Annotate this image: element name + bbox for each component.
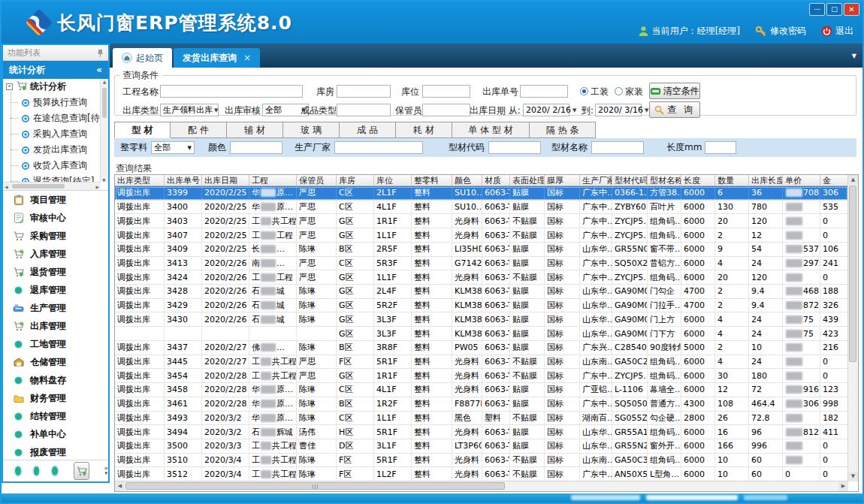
table-row[interactable]: 调拨出库34292020/2/26石城陈琳G区5R2F整料KLM38176063… bbox=[115, 299, 848, 313]
table-row[interactable]: 调拨出库34932020/3/2华原…陈琳C区1L1F整料黑色塑料不贴膜国标湖南… bbox=[115, 412, 848, 426]
table-row[interactable]: 调拨出库35102020/3/4工共工程陈琳F区5R1F整料光身料6063-T5… bbox=[115, 454, 848, 468]
material-tab-耗材[interactable]: 耗 材 bbox=[396, 122, 452, 138]
table-row[interactable]: 调拨出库34132020/2/26南…严思C区5R3F整料G714226063-… bbox=[115, 257, 848, 271]
sidebar-module-生产管理[interactable]: 生产管理 bbox=[3, 299, 108, 317]
tree-item-预算执行查询[interactable]: 预算执行查询 bbox=[3, 95, 101, 110]
table-row[interactable]: 调拨出库35002020/3/3工共工程曹佳D区3L1F整料LT3P606063… bbox=[115, 439, 848, 454]
column-header-金[interactable]: 金 bbox=[820, 175, 848, 186]
material-tab-成品[interactable]: 成 品 bbox=[340, 122, 396, 138]
sidebar-module-补单中心[interactable]: 补单中心 bbox=[3, 425, 108, 443]
maximize-button[interactable]: □ bbox=[826, 3, 842, 16]
table-row[interactable]: 调拨出库35122020/3/4工共工程陈琳F区1L2F整料光身料6063-T5… bbox=[115, 467, 848, 481]
sidebar-module-物料盘存[interactable]: 物料盘存 bbox=[3, 371, 108, 389]
tree-horizontal-scrollbar[interactable]: ◀▶ bbox=[3, 182, 101, 190]
clear-conditions-button[interactable]: 清空条件 bbox=[649, 83, 700, 99]
close-button[interactable]: ✕ bbox=[844, 3, 859, 16]
sidebar-module-退库管理[interactable]: 退库管理 bbox=[3, 281, 108, 299]
dot-icon[interactable] bbox=[15, 466, 21, 475]
column-header-颜色[interactable]: 颜色 bbox=[452, 175, 482, 186]
tab-home[interactable]: 起始页 bbox=[113, 48, 172, 68]
table-row[interactable]: 调拨出库34452020/2/27工共工程严思F区5R1F整料光身料6063-T… bbox=[115, 355, 848, 370]
section-header-stats[interactable]: 统计分析 « bbox=[3, 61, 108, 79]
collapse-icon[interactable]: « bbox=[96, 65, 102, 75]
tree-item-采购入库查询[interactable]: 采购入库查询 bbox=[3, 126, 101, 142]
tree-item-在途信息查询[待[interactable]: 在途信息查询[待 bbox=[3, 110, 101, 126]
whole-part-select[interactable]: 全部▼ bbox=[151, 141, 195, 154]
profile-name-input[interactable] bbox=[591, 141, 644, 154]
column-header-库位[interactable]: 库位 bbox=[374, 175, 412, 186]
order-no-input[interactable] bbox=[520, 85, 568, 98]
sidebar-module-仓储管理[interactable]: 仓储管理 bbox=[3, 353, 108, 371]
column-header-型材代码[interactable]: 型材代码 bbox=[612, 175, 648, 186]
tree-item-发货出库查询[interactable]: 发货出库查询 bbox=[3, 142, 101, 158]
tree-vertical-scrollbar[interactable]: ▲▼ bbox=[100, 79, 108, 183]
date-from-select[interactable]: 2020/ 2/16▼ bbox=[523, 104, 569, 116]
table-row[interactable]: 调拨出库34282020/2/26石城陈琳G区2L4F整料KLM38176063… bbox=[115, 285, 848, 299]
sidebar-module-工地管理[interactable]: 工地管理 bbox=[3, 335, 108, 353]
radio-gongzhuang[interactable] bbox=[580, 87, 588, 95]
project-name-input[interactable] bbox=[160, 85, 303, 98]
tree-expander-icon[interactable]: - bbox=[6, 83, 13, 90]
column-header-长度[interactable]: 长度 bbox=[681, 175, 715, 186]
minimize-button[interactable]: — bbox=[809, 3, 825, 16]
keeper-input[interactable] bbox=[422, 104, 470, 116]
table-row[interactable]: 调拨出库34612020/2/28华原…陈琳B区1R2F整料F8877FT606… bbox=[115, 397, 848, 412]
tree-root-stats[interactable]: -统计分析 bbox=[3, 79, 101, 95]
column-header-出库日期[interactable]: 出库日期 bbox=[202, 175, 249, 186]
column-header-单价[interactable]: 单价 bbox=[783, 175, 820, 186]
logout-button[interactable]: 退出 bbox=[821, 25, 853, 38]
table-row[interactable]: 调拨出库34942020/3/2石辉城汤伟H区5R1F整料光身料6063-T5贴… bbox=[115, 425, 848, 439]
tab-shipment-query[interactable]: 发货出库查询 × bbox=[174, 48, 260, 68]
material-tab-型材[interactable]: 型 材 bbox=[114, 122, 171, 138]
sidebar-module-结转管理[interactable]: 结转管理 bbox=[3, 407, 108, 425]
table-row[interactable]: 调拨出库33992020/2/25华原…严思C区2L1F整料SU10…6063-… bbox=[115, 186, 848, 201]
scroll-thumb[interactable] bbox=[125, 482, 505, 490]
profile-code-input[interactable] bbox=[488, 141, 541, 154]
sidebar-module-报废管理[interactable]: 报废管理 bbox=[3, 443, 108, 460]
column-header-出库长度[interactable]: 出库长度 bbox=[749, 175, 783, 186]
column-header-材质[interactable]: 材质 bbox=[482, 175, 510, 186]
column-header-库房[interactable]: 库房 bbox=[337, 175, 374, 186]
search-button[interactable]: 查 询 bbox=[649, 101, 700, 118]
column-header-工程[interactable]: 工程 bbox=[249, 175, 297, 186]
sidebar-module-财务管理[interactable]: 财务管理 bbox=[3, 389, 108, 407]
sidebar-overflow-button[interactable]: »▾ bbox=[104, 466, 108, 476]
sidebar-module-入库管理[interactable]: 入库管理 bbox=[3, 245, 108, 263]
grid-vertical-scrollbar[interactable]: ▲ ▼ bbox=[847, 175, 858, 481]
date-to-select[interactable]: 2020/ 3/16▼ bbox=[595, 104, 642, 116]
material-tab-辅材[interactable]: 辅 材 bbox=[227, 122, 283, 138]
material-tab-隔热条[interactable]: 隔 热 条 bbox=[530, 122, 596, 138]
color-input[interactable] bbox=[230, 141, 282, 154]
column-header-出库单号[interactable]: 出库单号 bbox=[165, 175, 202, 186]
column-header-整零料[interactable]: 整零料 bbox=[412, 175, 452, 186]
table-row[interactable]: 调拨出库34072020/2/25工工程严思G区1L1F整料光身料6063-T5… bbox=[115, 228, 848, 243]
tab-close-icon[interactable]: × bbox=[243, 53, 251, 63]
table-row[interactable]: 调拨出库34002020/2/25华原…严思C区4L1F整料SU10…6063-… bbox=[115, 201, 848, 215]
length-input[interactable] bbox=[705, 141, 736, 154]
table-row[interactable]: 调拨出库34242020/2/26工工程严思G区1L1F整料光身料6063-T5… bbox=[115, 270, 848, 285]
radio-jiazhuang[interactable] bbox=[615, 87, 623, 95]
column-header-表面处理[interactable]: 表面处理 bbox=[510, 175, 545, 186]
table-row[interactable]: 调拨出库34372020/2/27佛…陈琳B区3R8F整料PW056063-T5… bbox=[115, 341, 848, 355]
cart-quick-button[interactable] bbox=[74, 462, 89, 480]
grid-horizontal-scrollbar[interactable]: ◀ ▶ bbox=[115, 481, 848, 491]
manufacturer-input[interactable] bbox=[334, 141, 423, 154]
table-row[interactable]: 调拨出库34302020/2/26石城陈琳G区3L3F整料KLM38176063… bbox=[115, 312, 848, 327]
column-header-保管员[interactable]: 保管员 bbox=[297, 175, 337, 186]
out-type-select[interactable]: 生产领料出库▼ bbox=[160, 104, 219, 116]
column-header-型材名称[interactable]: 型材名称 bbox=[648, 175, 681, 186]
column-header-生产厂家[interactable]: 生产厂家 bbox=[580, 175, 612, 186]
material-tab-单体型材[interactable]: 单 体 型 材 bbox=[452, 122, 530, 138]
column-header-出库类型[interactable]: 出库类型 bbox=[115, 175, 165, 186]
table-row[interactable]: 调拨出库34032020/2/25工共工程严思G区1R1F整料光身料6063-T… bbox=[115, 214, 848, 228]
table-row[interactable]: 调拨出库34092020/2/25长…陈琳B区2R5F整料LI35HD6063-… bbox=[115, 243, 848, 257]
column-header-数量[interactable]: 数量 bbox=[715, 175, 749, 186]
product-type-input[interactable] bbox=[337, 104, 391, 116]
change-password-button[interactable]: 修改密码 bbox=[755, 25, 806, 38]
tree-item-收货入库查询[interactable]: 收货入库查询 bbox=[3, 158, 101, 174]
table-row[interactable]: 调拨出库34542020/2/28工共工程严思G区1R1F整料光身料6063-T… bbox=[115, 369, 848, 383]
dot-icon[interactable] bbox=[34, 466, 40, 475]
sidebar-module-退货管理[interactable]: 退货管理 bbox=[3, 263, 108, 281]
table-row[interactable]: G区3L3F整料KLM38176063-T5贴膜国标山东华…GA90M09.门下… bbox=[115, 327, 848, 341]
sidebar-module-项目管理[interactable]: 项目管理 bbox=[3, 191, 108, 209]
